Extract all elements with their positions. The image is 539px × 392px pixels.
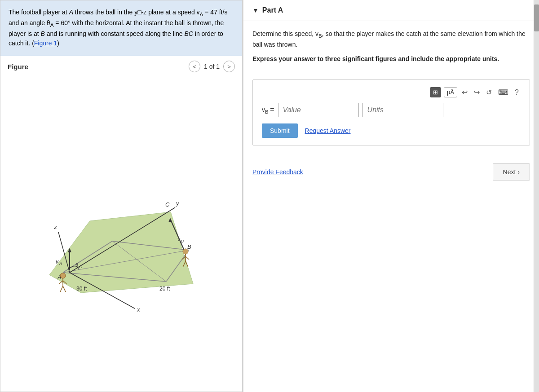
part-content: Determine this speed, vB, so that the pl…	[243, 21, 539, 72]
svg-text:B: B	[187, 243, 191, 250]
svg-text:30 ft: 30 ft	[76, 286, 87, 292]
undo-icon: ↩	[462, 88, 468, 96]
problem-text: The football player at A throws the ball…	[0, 0, 242, 56]
figure-label-row: Figure < 1 of 1 >	[0, 56, 242, 77]
vb-subscript: B	[265, 109, 268, 115]
figure-label: Figure	[8, 63, 28, 70]
toolbar-row: ⊞ μÅ ↩ ↪ ↺ ⌨ ?	[262, 87, 521, 97]
next-chevron-icon: ›	[517, 168, 520, 176]
svg-point-28	[60, 273, 66, 278]
help-button[interactable]: ?	[513, 88, 521, 97]
refresh-icon: ↺	[486, 88, 492, 96]
equals-sign: =	[270, 106, 274, 113]
vb-label: vB =	[262, 106, 274, 115]
value-input[interactable]	[278, 103, 359, 117]
svg-text:C: C	[165, 201, 170, 208]
input-row: vB =	[262, 103, 521, 117]
svg-text:v: v	[56, 259, 59, 265]
next-button[interactable]: Next ›	[493, 163, 530, 181]
svg-text:θ: θ	[75, 262, 78, 268]
submit-button[interactable]: Submit	[262, 123, 298, 138]
part-description: Determine this speed, vB, so that the pl…	[252, 29, 530, 50]
svg-text:20 ft: 20 ft	[159, 286, 170, 292]
action-row: Submit Request Answer	[262, 123, 521, 138]
part-collapse-arrow[interactable]: ▼	[252, 7, 259, 14]
answer-section: ⊞ μÅ ↩ ↪ ↺ ⌨ ? vB =	[252, 79, 530, 145]
next-figure-button[interactable]: >	[223, 61, 235, 72]
svg-text:B: B	[181, 239, 184, 243]
part-instructions: Express your answer to three significant…	[252, 54, 530, 64]
figure-area: Figure < 1 of 1 >	[0, 56, 242, 392]
next-label: Next	[503, 168, 516, 176]
figure-link[interactable]: Figure 1	[34, 40, 57, 47]
svg-text:z: z	[53, 224, 57, 230]
svg-text:x: x	[137, 306, 140, 313]
svg-text:v: v	[177, 236, 181, 242]
redo-icon: ↪	[474, 88, 480, 96]
redo-button[interactable]: ↪	[472, 87, 482, 97]
part-header: ▼ Part A	[243, 0, 539, 21]
keyboard-button[interactable]: ⌨	[496, 87, 510, 97]
left-panel: The football player at A throws the ball…	[0, 0, 243, 392]
svg-line-37	[186, 256, 189, 260]
svg-text:A: A	[59, 261, 62, 266]
svg-point-34	[183, 249, 188, 254]
unit-button[interactable]: μÅ	[444, 87, 457, 97]
figure-nav: < 1 of 1 >	[189, 61, 235, 72]
diagram-svg: z y x C B A v A	[22, 154, 220, 315]
matrix-icon: ⊞	[433, 89, 438, 96]
undo-button[interactable]: ↩	[460, 87, 469, 97]
prev-figure-button[interactable]: <	[189, 61, 200, 72]
bottom-row: Provide Feedback Next ›	[243, 157, 539, 187]
provide-feedback-button[interactable]: Provide Feedback	[252, 168, 303, 176]
refresh-button[interactable]: ↺	[484, 87, 494, 97]
figure-count: 1 of 1	[204, 63, 220, 70]
keyboard-icon: ⌨	[498, 88, 508, 96]
svg-line-32	[60, 286, 63, 292]
part-title: Part A	[262, 6, 283, 14]
units-input[interactable]	[362, 103, 443, 117]
svg-text:A: A	[79, 264, 82, 269]
scrollbar[interactable]	[534, 0, 539, 392]
svg-line-33	[63, 286, 66, 292]
diagram-container: z y x C B A v A	[0, 77, 242, 392]
unit-icon: μÅ	[447, 89, 454, 96]
scrollbar-thumb[interactable]	[534, 4, 539, 31]
help-icon: ?	[515, 88, 519, 96]
matrix-button[interactable]: ⊞	[430, 87, 441, 97]
request-answer-button[interactable]: Request Answer	[305, 127, 351, 134]
svg-text:y: y	[176, 200, 180, 207]
right-panel: ▼ Part A Determine this speed, vB, so th…	[243, 0, 539, 392]
